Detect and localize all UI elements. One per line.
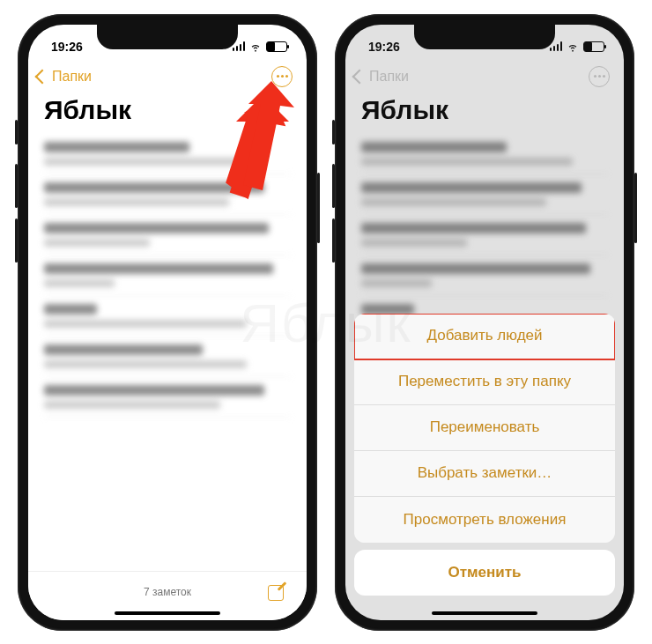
- more-button[interactable]: [271, 66, 293, 87]
- compose-button[interactable]: [268, 583, 285, 601]
- note-item[interactable]: [44, 296, 291, 337]
- back-button[interactable]: Папки: [37, 69, 92, 85]
- notes-list: [28, 134, 307, 418]
- note-item[interactable]: [44, 377, 291, 418]
- notch: [414, 25, 555, 49]
- note-item[interactable]: [44, 174, 291, 215]
- home-indicator: [115, 611, 220, 615]
- wifi-icon: [249, 41, 262, 53]
- page-title: Яблык: [28, 92, 307, 134]
- sheet-add-people[interactable]: Добавить людей: [354, 314, 615, 359]
- sheet-cancel[interactable]: Отменить: [354, 550, 615, 596]
- phone-right: 19:26 Папки Яблык: [335, 14, 634, 631]
- action-sheet-group: Добавить людей Переместить в эту папку П…: [354, 314, 615, 543]
- sheet-select-notes[interactable]: Выбрать заметки…: [354, 451, 615, 497]
- note-item[interactable]: [44, 337, 291, 377]
- sheet-move-to-folder[interactable]: Переместить в эту папку: [354, 359, 615, 405]
- battery-icon: [266, 41, 287, 52]
- note-item[interactable]: [44, 255, 291, 296]
- action-sheet: Добавить людей Переместить в эту папку П…: [345, 314, 624, 620]
- notes-count: 7 заметок: [67, 586, 268, 598]
- nav-bar: Папки: [28, 60, 307, 92]
- note-item[interactable]: [44, 134, 291, 174]
- home-indicator: [432, 611, 537, 615]
- chevron-left-icon: [35, 69, 50, 84]
- sheet-view-attachments[interactable]: Просмотреть вложения: [354, 497, 615, 543]
- status-time: 19:26: [51, 40, 83, 54]
- sheet-rename[interactable]: Переименовать: [354, 405, 615, 451]
- notch: [97, 25, 238, 49]
- back-label: Папки: [52, 69, 92, 85]
- note-item[interactable]: [44, 215, 291, 255]
- phone-left: 19:26 Папки Яблык: [18, 14, 317, 631]
